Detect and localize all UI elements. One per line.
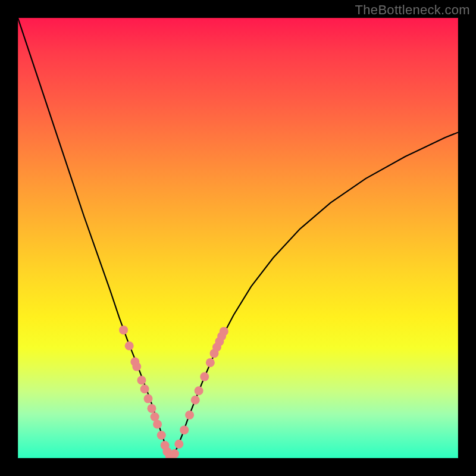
data-point — [174, 440, 183, 449]
data-point — [191, 396, 200, 405]
watermark-text: TheBottleneck.com — [355, 2, 470, 18]
data-point — [206, 358, 215, 367]
right-dot-cluster — [170, 327, 228, 458]
data-point — [185, 411, 194, 419]
data-point — [180, 425, 189, 434]
data-point — [144, 394, 153, 403]
data-point — [147, 404, 156, 413]
bottleneck-curve — [18, 18, 458, 456]
data-point — [170, 449, 179, 458]
data-point — [220, 327, 228, 336]
data-point — [140, 384, 149, 393]
data-point — [200, 372, 209, 381]
outer-frame: TheBottleneck.com — [0, 0, 476, 476]
data-point — [125, 342, 134, 350]
data-point — [153, 420, 162, 429]
data-point — [137, 376, 146, 385]
data-point — [132, 362, 141, 371]
plot-area — [18, 18, 458, 458]
chart-svg — [18, 18, 458, 458]
data-point — [119, 325, 128, 334]
data-point — [157, 431, 166, 440]
data-point — [195, 386, 203, 395]
left-dot-cluster — [119, 325, 176, 458]
